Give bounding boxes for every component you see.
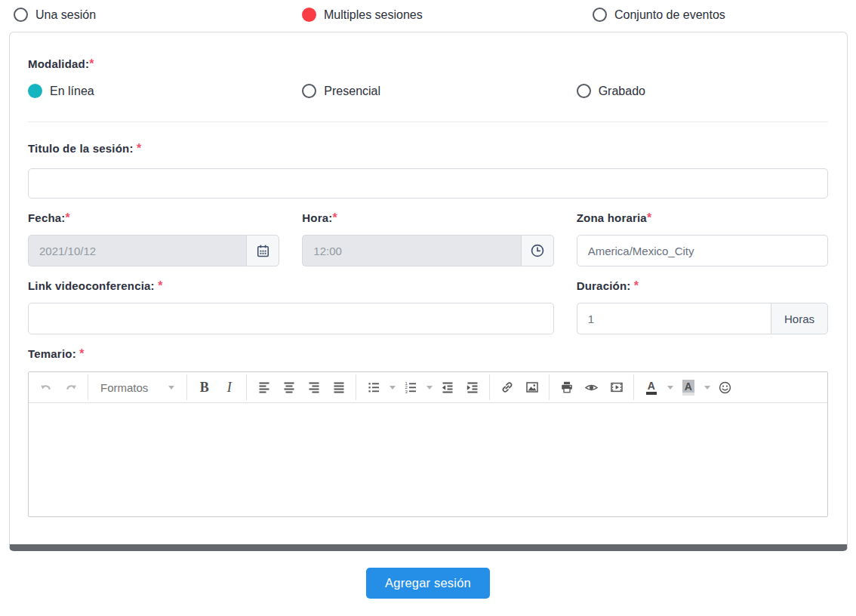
required-mark: * — [137, 142, 141, 155]
required-mark: * — [79, 347, 84, 360]
zona-horaria-field — [577, 235, 828, 266]
formats-dropdown[interactable]: Formatos — [93, 377, 182, 399]
undo-button[interactable] — [33, 377, 58, 399]
hora-label: Hora:* — [302, 211, 553, 225]
text-color-icon: A — [646, 380, 657, 395]
align-left-icon — [257, 380, 271, 394]
align-justify-icon — [332, 380, 346, 394]
insert-image-button[interactable] — [519, 377, 544, 399]
toolbar-separator — [356, 374, 356, 400]
date-time-zone-inputs — [28, 235, 828, 266]
print-icon — [560, 380, 574, 394]
align-center-button[interactable] — [276, 377, 301, 399]
numbered-list-button[interactable]: 1 2 3 — [398, 377, 423, 399]
modalidad-label: Modalidad:* — [28, 57, 828, 71]
align-right-button[interactable] — [301, 377, 326, 399]
required-mark: * — [647, 211, 651, 224]
chevron-down-icon — [667, 386, 673, 390]
titulo-label: Titulo de la sesión: * — [28, 142, 828, 156]
insert-media-button[interactable] — [604, 377, 629, 399]
titulo-input[interactable] — [28, 168, 828, 199]
numbered-list-icon: 1 2 3 — [404, 380, 417, 394]
background-color-icon: A — [682, 380, 694, 396]
link-input[interactable] — [28, 303, 554, 334]
emoticons-button[interactable] — [713, 377, 737, 399]
radio-label: Presencial — [324, 85, 380, 98]
required-mark: * — [89, 57, 94, 70]
chevron-down-icon — [704, 386, 710, 390]
emoticons-icon — [718, 380, 732, 395]
zona-horaria-input[interactable] — [577, 235, 828, 266]
radio-circle-icon[interactable] — [593, 8, 607, 22]
link-duracion-inputs: Horas — [28, 303, 828, 334]
radio-una-sesion[interactable]: Una sesión — [14, 8, 302, 22]
link-duracion-labels: Link videoconferencia: * Duración: * — [28, 279, 828, 293]
hora-input-group — [302, 235, 553, 266]
radio-en-linea[interactable]: En línea — [28, 84, 279, 98]
indent-icon — [466, 380, 479, 394]
redo-button[interactable] — [58, 377, 83, 399]
required-mark: * — [634, 279, 639, 292]
outdent-button[interactable] — [435, 377, 460, 399]
align-center-icon — [282, 380, 296, 394]
undo-icon — [39, 380, 53, 394]
bullet-list-icon — [367, 380, 380, 394]
italic-button[interactable]: I — [217, 377, 242, 399]
outdent-icon — [441, 380, 454, 394]
radio-conjunto-eventos[interactable]: Conjunto de eventos — [593, 8, 856, 22]
duracion-unit-addon: Horas — [771, 303, 828, 334]
text-color-button[interactable]: A — [639, 377, 664, 399]
svg-text:3: 3 — [405, 390, 408, 394]
chevron-down-icon — [168, 386, 174, 390]
insert-link-button[interactable] — [494, 377, 519, 399]
toolbar-separator — [186, 374, 187, 400]
print-button[interactable] — [554, 377, 579, 399]
link-field — [28, 303, 554, 334]
chevron-down-icon — [426, 386, 433, 390]
editor-toolbar: Formatos B I — [29, 372, 827, 403]
preview-button[interactable] — [579, 377, 604, 399]
indent-button[interactable] — [460, 377, 485, 399]
background-color-button[interactable]: A — [676, 377, 701, 399]
editor-content-area[interactable] — [29, 403, 827, 516]
fecha-input[interactable] — [28, 235, 246, 266]
hora-input[interactable] — [302, 235, 520, 266]
clock-icon — [530, 243, 545, 258]
radio-circle-icon[interactable] — [14, 8, 28, 22]
align-left-button[interactable] — [251, 377, 276, 399]
radio-grabado[interactable]: Grabado — [577, 84, 828, 98]
radio-circle-icon[interactable] — [577, 84, 591, 98]
zona-horaria-label: Zona horaria* — [577, 211, 828, 225]
form-footer: Agregar sesión — [0, 568, 856, 599]
radio-label: Grabado — [599, 85, 645, 98]
bullet-list-menu-button[interactable] — [386, 377, 398, 399]
radio-selected-icon[interactable] — [28, 84, 42, 98]
toolbar-separator — [549, 374, 550, 400]
radio-label: Conjunto de eventos — [614, 8, 725, 22]
numbered-list-menu-button[interactable] — [423, 377, 435, 399]
fecha-input-group — [28, 235, 279, 266]
radio-presencial[interactable]: Presencial — [302, 84, 553, 98]
radio-circle-icon[interactable] — [302, 84, 316, 98]
align-justify-button[interactable] — [326, 377, 351, 399]
duracion-input-group: Horas — [577, 303, 828, 334]
agregar-sesion-button[interactable]: Agregar sesión — [366, 568, 490, 599]
calendar-addon-button[interactable] — [246, 235, 279, 266]
duracion-input[interactable] — [577, 303, 771, 334]
radio-multiples-sesiones[interactable]: Multiples sesiones — [302, 8, 593, 22]
media-icon — [610, 380, 624, 394]
bold-button[interactable]: B — [192, 377, 217, 399]
modalidad-options: En línea Presencial Grabado — [28, 84, 828, 98]
section-divider — [28, 122, 828, 122]
background-color-menu-button[interactable] — [701, 377, 713, 399]
align-right-icon — [307, 380, 321, 394]
text-color-menu-button[interactable] — [664, 377, 676, 399]
bullet-list-button[interactable] — [361, 377, 386, 399]
chevron-down-icon — [390, 386, 396, 390]
clock-addon-button[interactable] — [521, 235, 554, 266]
radio-label: Una sesión — [35, 8, 96, 22]
fecha-label: Fecha:* — [28, 211, 279, 225]
radio-selected-icon[interactable] — [302, 8, 316, 22]
toolbar-separator — [88, 374, 88, 400]
toolbar-separator — [246, 374, 247, 400]
